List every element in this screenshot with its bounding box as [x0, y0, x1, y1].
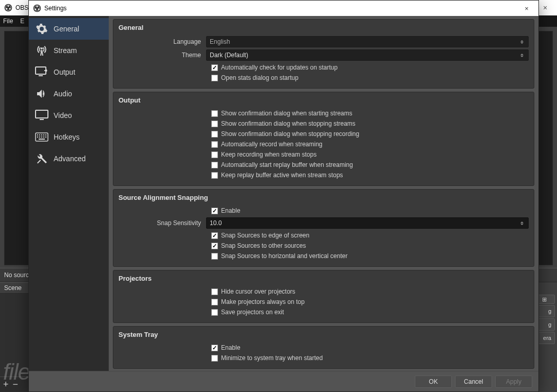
- checkbox-row-snapping-enable[interactable]: Enable: [211, 206, 529, 216]
- svg-rect-16: [39, 134, 40, 135]
- checkbox-label: Snap Sources to other sources: [221, 242, 306, 249]
- sidebar-item-label: Hotkeys: [54, 133, 80, 141]
- sidebar-item-general[interactable]: General: [29, 18, 109, 40]
- snap-sensitivity-spinbox[interactable]: 10.0: [206, 217, 529, 229]
- cancel-button[interactable]: Cancel: [455, 376, 492, 388]
- checkbox-row-auto-record[interactable]: Automatically record when streaming: [211, 139, 529, 149]
- settings-close-button[interactable]: ×: [515, 1, 538, 16]
- select-spinner-icon: [519, 40, 525, 44]
- svg-rect-22: [41, 137, 42, 138]
- checkbox-row-snap-edge[interactable]: Snap Sources to edge of screen: [211, 230, 529, 241]
- checkbox-icon: [211, 299, 218, 305]
- checkbox-label: Save projectors on exit: [221, 309, 284, 316]
- svg-rect-25: [39, 139, 45, 140]
- settings-sidebar: General Stream Output Audio Video Hotkey…: [29, 16, 109, 371]
- svg-rect-17: [41, 134, 42, 135]
- sidebar-item-label: Stream: [54, 46, 77, 55]
- speaker-icon: [35, 88, 48, 99]
- checkbox-row-save-projectors[interactable]: Save projectors on exit: [211, 307, 529, 317]
- right-button-stack: ⊞ g g era: [536, 295, 555, 344]
- svg-point-3: [6, 8, 8, 10]
- svg-point-7: [37, 6, 38, 7]
- checkbox-row-auto-updates[interactable]: Automatically check for updates on start…: [211, 62, 529, 73]
- checkbox-row-keep-replay-buffer[interactable]: Keep replay buffer active when stream st…: [211, 170, 529, 180]
- checkbox-row-open-stats[interactable]: Open stats dialog on startup: [211, 73, 529, 83]
- menu-edit-partial[interactable]: E: [20, 18, 24, 25]
- ok-button[interactable]: OK: [415, 376, 452, 388]
- settings-titlebar[interactable]: Settings ×: [29, 1, 538, 16]
- checkbox-label: Automatically check for updates on start…: [221, 64, 337, 71]
- sidebar-item-stream[interactable]: Stream: [29, 40, 109, 61]
- tools-icon: [35, 153, 48, 164]
- checkbox-label: Keep replay buffer active when stream st…: [221, 172, 343, 179]
- sidebar-item-label: General: [54, 25, 79, 33]
- theme-value: Dark (Default): [210, 52, 248, 59]
- checkbox-row-confirm-stop-recording[interactable]: Show confirmation dialog when stopping r…: [211, 129, 529, 139]
- group-title-snapping: Source Alignment Snapping: [119, 194, 529, 201]
- checkbox-label: Enable: [221, 344, 240, 351]
- language-select[interactable]: English: [206, 36, 529, 47]
- checkbox-icon: [211, 151, 218, 158]
- svg-rect-15: [37, 134, 38, 135]
- sidebar-item-label: Video: [54, 111, 72, 120]
- svg-point-2: [8, 5, 9, 7]
- add-scene-button[interactable]: +: [3, 379, 9, 390]
- checkbox-label: Snap Sources to horizontal and vertical …: [221, 252, 347, 260]
- checkbox-icon: [211, 232, 218, 239]
- svg-point-4: [9, 8, 11, 10]
- checkbox-icon: [211, 288, 218, 295]
- checkbox-row-confirm-stop-stream[interactable]: Show confirmation dialog when stopping s…: [211, 118, 529, 129]
- checkbox-label: Snap Sources to edge of screen: [221, 232, 309, 239]
- sidebar-item-audio[interactable]: Audio: [29, 83, 109, 105]
- checkbox-row-snap-other[interactable]: Snap Sources to other sources: [211, 241, 529, 251]
- checkbox-row-snap-center[interactable]: Snap Sources to horizontal and vertical …: [211, 251, 529, 261]
- theme-label: Theme: [119, 52, 206, 59]
- sidebar-item-label: Audio: [54, 90, 72, 98]
- checkbox-row-hide-cursor[interactable]: Hide cursor over projectors: [211, 286, 529, 297]
- svg-rect-19: [45, 134, 46, 135]
- right-button-1[interactable]: g: [536, 305, 555, 317]
- right-button-3[interactable]: era: [536, 332, 555, 344]
- apply-button[interactable]: Apply: [495, 376, 532, 388]
- sidebar-item-hotkeys[interactable]: Hotkeys: [29, 126, 109, 148]
- checkbox-label: Show confirmation dialog when stopping s…: [221, 120, 356, 127]
- group-general: General Language English Theme Dark (D: [113, 19, 534, 89]
- checkbox-icon: [211, 75, 218, 81]
- remove-scene-button[interactable]: −: [13, 379, 19, 390]
- group-projectors: Projectors Hide cursor over projectors M…: [113, 270, 534, 323]
- svg-rect-11: [39, 75, 43, 76]
- checkbox-label: Show confirmation dialog when starting s…: [221, 110, 352, 117]
- theme-select[interactable]: Dark (Default): [206, 49, 529, 61]
- menu-file[interactable]: File: [3, 18, 13, 25]
- checkbox-row-tray-enable[interactable]: Enable: [211, 343, 529, 353]
- right-button-2[interactable]: g: [536, 318, 555, 331]
- sidebar-item-advanced[interactable]: Advanced: [29, 148, 109, 169]
- checkbox-row-projectors-top[interactable]: Make projectors always on top: [211, 297, 529, 307]
- settings-dialog: Settings × General Stream Output Audio: [28, 0, 539, 392]
- group-title-projectors: Projectors: [119, 275, 529, 282]
- svg-rect-24: [45, 137, 46, 138]
- keyboard-icon: [35, 131, 48, 143]
- spinbox-spinner-icon: [519, 221, 525, 225]
- language-value: English: [210, 38, 230, 45]
- settings-content[interactable]: General Language English Theme Dark (D: [109, 16, 538, 371]
- right-toolbox-button[interactable]: ⊞: [536, 295, 555, 304]
- checkbox-label: Make projectors always on top: [221, 298, 305, 305]
- checkbox-icon: [211, 172, 218, 179]
- checkbox-row-auto-replay-buffer[interactable]: Automatically start replay buffer when s…: [211, 160, 529, 170]
- main-window-title: OBS: [15, 4, 28, 11]
- sidebar-item-video[interactable]: Video: [29, 105, 109, 126]
- sidebar-item-label: Advanced: [54, 155, 86, 163]
- group-title-tray: System Tray: [119, 331, 529, 338]
- gear-icon: [35, 23, 48, 35]
- checkbox-icon: [211, 64, 218, 71]
- checkbox-row-minimize-tray[interactable]: Minimize to system tray when started: [211, 353, 529, 363]
- monitor-icon: [35, 110, 48, 121]
- sidebar-item-output[interactable]: Output: [29, 61, 109, 83]
- checkbox-label: Keep recording when stream stops: [221, 151, 316, 158]
- checkbox-row-confirm-start-stream[interactable]: Show confirmation dialog when starting s…: [211, 108, 529, 118]
- checkbox-row-keep-recording[interactable]: Keep recording when stream stops: [211, 149, 529, 160]
- group-system-tray: System Tray Enable Minimize to system tr…: [113, 326, 534, 369]
- svg-point-8: [35, 9, 37, 10]
- checkbox-icon: [211, 131, 218, 138]
